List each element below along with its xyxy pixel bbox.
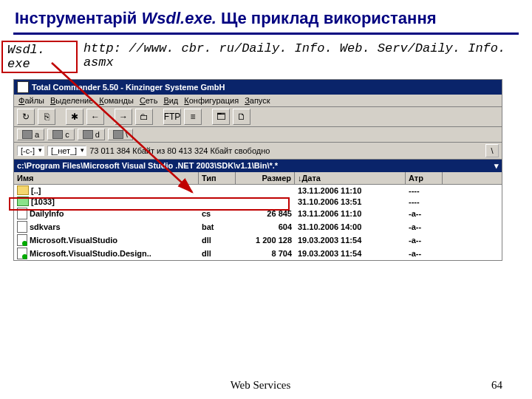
path-dropdown-icon[interactable]: ▾ <box>494 161 499 171</box>
file-size <box>236 197 295 206</box>
file-name: DailyInfo <box>30 209 64 218</box>
path-bar[interactable]: c:\Program Files\Microsoft Visual Studio… <box>14 160 502 172</box>
file-ext <box>199 190 236 191</box>
menu-item[interactable]: Файлы <box>18 96 44 105</box>
file-icon <box>17 208 27 219</box>
file-size: 1 200 128 <box>236 235 295 245</box>
menu-item[interactable]: Конфигурация <box>184 96 239 105</box>
file-date: 31.10.2006 14:00 <box>295 222 406 232</box>
none-combo[interactable]: [_нет_] <box>47 146 86 156</box>
drive-button-d[interactable]: d <box>78 129 105 140</box>
toolbar-button[interactable]: ← <box>86 109 104 125</box>
file-name: [1033] <box>31 197 55 206</box>
menu-item[interactable]: Запуск <box>245 96 270 105</box>
file-date: 19.03.2003 11:54 <box>295 235 406 245</box>
file-attr: -a-- <box>406 248 443 259</box>
toolbar-button[interactable]: 🗔 <box>212 109 230 125</box>
menu-item[interactable]: Сеть <box>140 96 157 105</box>
col-header-name[interactable]: Имя <box>14 172 199 184</box>
file-ext: cs <box>199 208 236 219</box>
col-header-size[interactable]: Размер <box>236 172 295 184</box>
file-date: 31.10.2006 13:51 <box>295 197 406 207</box>
file-size: 8 704 <box>236 248 295 259</box>
free-space-label: 73 011 384 Кбайт из 80 413 324 Кбайт сво… <box>89 146 270 155</box>
total-commander-window: Total Commander 5.50 - Kinzinger Systeme… <box>13 79 502 261</box>
col-header-attr[interactable]: Атр <box>406 172 443 184</box>
file-size <box>236 185 295 195</box>
command-exe-box: Wsdl. exe <box>1 41 78 73</box>
toolbar-button[interactable]: ⎘ <box>38 109 55 125</box>
menu-bar[interactable]: ФайлыВыделениеКомандыСетьВидКонфигурация… <box>14 95 502 107</box>
window-title-text: Total Commander 5.50 - Kinzinger Systeme… <box>32 83 225 92</box>
tool-bar[interactable]: ↻⎘✱←→🗀FTP≡🗔🗋 <box>14 107 502 127</box>
back-button[interactable]: \ <box>485 144 499 157</box>
title-underline <box>13 33 519 35</box>
drive-combo[interactable]: [-c-] <box>17 146 44 156</box>
drive-icon <box>83 130 93 139</box>
file-icon <box>17 197 29 206</box>
file-ext: bat <box>199 222 236 232</box>
file-attr: -a-- <box>406 222 443 232</box>
table-row[interactable]: Microsoft.VisualStudiodll1 200 12819.03.… <box>14 233 502 247</box>
drive-button-c[interactable]: c <box>47 129 75 140</box>
title-emphasis: Wsdl.exe. <box>142 9 216 27</box>
file-attr: -a-- <box>406 235 443 245</box>
file-ext: dll <box>199 235 236 245</box>
file-size: 604 <box>236 222 295 232</box>
drive-icon <box>52 130 63 139</box>
title-prefix: Інструментарій <box>15 9 142 27</box>
file-size: 26 845 <box>236 208 295 219</box>
file-attr: -a-- <box>406 208 443 219</box>
file-icon <box>17 248 27 259</box>
file-attr: ---- <box>406 185 443 196</box>
file-name: [..] <box>31 186 41 195</box>
column-header[interactable]: Имя Тип Размер ↓Дата Атр <box>14 172 502 185</box>
command-line: Wsdl. exe http: //www. cbr. ru/Daily. In… <box>0 39 532 79</box>
command-url: http: //www. cbr. ru/Daily. Info. Web. S… <box>81 41 522 73</box>
file-icon <box>17 221 27 233</box>
toolbar-button[interactable]: ✱ <box>66 109 83 125</box>
toolbar-button[interactable]: 🗋 <box>233 109 250 125</box>
window-titlebar[interactable]: Total Commander 5.50 - Kinzinger Systeme… <box>14 80 502 95</box>
toolbar-button[interactable]: ↻ <box>17 109 35 125</box>
col-header-date[interactable]: ↓Дата <box>295 172 406 184</box>
table-row[interactable]: sdkvarsbat60431.10.2006 14:00-a-- <box>14 220 502 233</box>
toolbar-button[interactable]: 🗀 <box>135 109 153 125</box>
toolbar-button[interactable]: FTP <box>163 109 181 125</box>
file-name: Microsoft.VisualStudio.Design.. <box>30 249 151 258</box>
slide-title: Інструментарій Wsdl.exe. Ще приклад вико… <box>0 0 532 33</box>
table-row[interactable]: DailyInfocs26 84513.11.2006 11:10-a-- <box>14 207 502 220</box>
file-name: Microsoft.VisualStudio <box>30 236 117 245</box>
drive-root-button[interactable]: \ <box>108 129 133 140</box>
app-icon <box>17 81 29 93</box>
title-suffix: Ще приклад використання <box>216 9 437 27</box>
footer-page-number: 64 <box>491 379 502 392</box>
file-date: 19.03.2003 11:54 <box>295 248 406 259</box>
col-header-ext[interactable]: Тип <box>199 172 236 184</box>
table-row[interactable]: Microsoft.VisualStudio.Design..dll8 7041… <box>14 247 502 260</box>
drive-icon <box>22 130 33 139</box>
file-date: 13.11.2006 11:10 <box>295 185 406 196</box>
file-icon <box>17 234 27 246</box>
drive-bar[interactable]: acd\ <box>14 127 502 143</box>
file-ext <box>199 201 236 202</box>
file-list[interactable]: [..]13.11.2006 11:10----[1033]31.10.2006… <box>14 185 502 260</box>
toolbar-button[interactable]: → <box>115 109 132 125</box>
footer-center: Web Services <box>231 379 291 392</box>
toolbar-button[interactable]: ≡ <box>184 109 202 125</box>
space-bar: [-c-] [_нет_] 73 011 384 Кбайт из 80 413… <box>14 143 502 160</box>
drive-icon <box>113 130 123 139</box>
menu-item[interactable]: Вид <box>163 96 178 105</box>
file-icon <box>17 185 29 195</box>
file-date: 13.11.2006 11:10 <box>295 208 406 219</box>
slide-footer: Web Services 64 <box>0 379 532 392</box>
menu-item[interactable]: Команды <box>99 96 134 105</box>
file-name: sdkvars <box>30 222 61 231</box>
file-attr: ---- <box>406 197 443 207</box>
menu-item[interactable]: Выделение <box>50 96 93 105</box>
table-row[interactable]: [..]13.11.2006 11:10---- <box>14 185 502 196</box>
current-path: c:\Program Files\Microsoft Visual Studio… <box>17 161 278 171</box>
file-ext: dll <box>199 248 236 259</box>
table-row[interactable]: [1033]31.10.2006 13:51---- <box>14 196 502 207</box>
drive-button-a[interactable]: a <box>17 129 44 140</box>
